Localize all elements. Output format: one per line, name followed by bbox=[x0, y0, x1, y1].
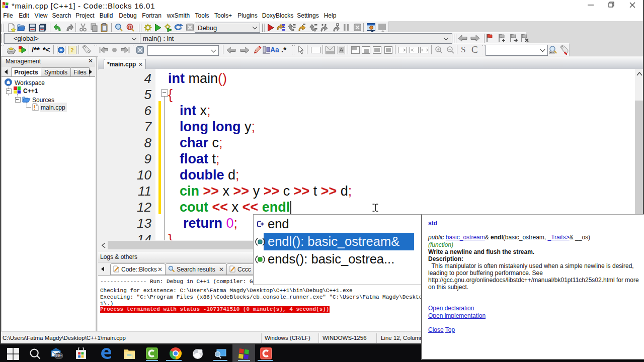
svg-text:?: ? bbox=[70, 46, 74, 54]
svg-text:99+: 99+ bbox=[55, 353, 62, 358]
svg-text:R: R bbox=[128, 25, 132, 30]
